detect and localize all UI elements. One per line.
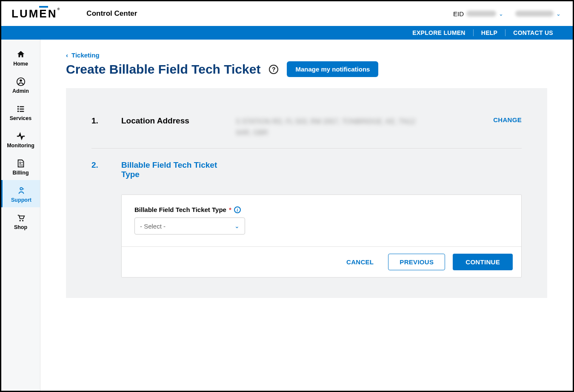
sidebar-item-label: Billing xyxy=(12,170,29,176)
user-dropdown[interactable]: ⌄ xyxy=(515,11,561,17)
page-header: Create Billable Field Tech Ticket ? Mana… xyxy=(66,61,547,77)
svg-point-2 xyxy=(17,106,19,108)
form-card: 1. Location Address 5 STATION RD, FL 503… xyxy=(66,88,547,298)
nav-contact-us[interactable]: CONTACT US xyxy=(505,29,561,36)
nav-help[interactable]: HELP xyxy=(473,29,505,36)
step-1-row: 1. Location Address 5 STATION RD, FL 503… xyxy=(91,109,522,146)
info-icon[interactable]: i xyxy=(234,206,241,213)
ticket-type-form-body: Billable Field Tech Ticket Type * i - Se… xyxy=(122,195,521,246)
sidebar-item-services[interactable]: Services xyxy=(1,98,40,126)
eid-label: EID xyxy=(453,10,464,17)
ticket-type-panel: Billable Field Tech Ticket Type * i - Se… xyxy=(121,195,522,278)
eid-value-blurred xyxy=(466,11,496,17)
app-title: Control Center xyxy=(86,9,137,18)
svg-point-11 xyxy=(20,188,23,190)
step-2-title: Billable Field Tech Ticket Type xyxy=(121,160,219,179)
chevron-left-icon: ‹ xyxy=(66,52,68,59)
sidebar-item-admin[interactable]: Admin xyxy=(1,71,40,98)
sidebar-item-label: Home xyxy=(13,61,28,67)
list-icon xyxy=(16,104,26,114)
svg-rect-7 xyxy=(20,111,24,112)
previous-button[interactable]: PREVIOUS xyxy=(388,254,445,270)
manage-notifications-button[interactable]: Manage my notifications xyxy=(287,61,378,77)
activity-icon xyxy=(16,132,26,141)
shell: Home Admin Services Monitoring $ Billing xyxy=(1,40,573,391)
nav-strip: EXPLORE LUMEN HELP CONTACT US xyxy=(1,26,573,40)
top-bar: LUMEN® Control Center EID ⌄ ⌄ xyxy=(1,1,573,26)
sidebar-item-support[interactable]: Support xyxy=(1,180,40,207)
sidebar-item-label: Monitoring xyxy=(7,143,34,149)
topbar-left: LUMEN® Control Center xyxy=(11,7,137,20)
ticket-type-label-text: Billable Field Tech Ticket Type xyxy=(134,206,226,213)
logo: LUMEN® xyxy=(11,7,61,20)
sidebar-item-label: Services xyxy=(10,115,31,121)
user-name-blurred xyxy=(515,11,554,17)
svg-rect-5 xyxy=(20,109,24,109)
main-content: ‹ Ticketing Create Billable Field Tech T… xyxy=(40,40,573,391)
form-footer: CANCEL PREVIOUS CONTINUE xyxy=(122,246,521,277)
sidebar-item-label: Shop xyxy=(14,224,27,230)
sidebar-item-home[interactable]: Home xyxy=(1,44,40,71)
ticket-type-label: Billable Field Tech Ticket Type * i xyxy=(134,206,508,213)
svg-point-1 xyxy=(20,80,22,82)
svg-rect-3 xyxy=(20,106,24,107)
cart-icon xyxy=(16,213,26,223)
cancel-button[interactable]: CANCEL xyxy=(340,254,380,270)
svg-point-6 xyxy=(17,111,19,112)
svg-point-12 xyxy=(19,220,20,221)
change-address-link[interactable]: CHANGE xyxy=(493,116,522,123)
chevron-down-icon: ⌄ xyxy=(499,11,503,17)
sidebar-item-monitoring[interactable]: Monitoring xyxy=(1,126,40,153)
select-placeholder: - Select - xyxy=(140,223,166,230)
step-1-number: 1. xyxy=(91,116,104,126)
required-asterisk: * xyxy=(229,206,231,213)
svg-text:$: $ xyxy=(19,161,21,165)
invoice-icon: $ xyxy=(16,159,26,168)
sidebar-item-label: Support xyxy=(11,197,31,203)
svg-point-4 xyxy=(17,108,19,110)
user-icon xyxy=(16,77,26,86)
page-title: Create Billable Field Tech Ticket xyxy=(66,62,260,77)
sidebar-item-billing[interactable]: $ Billing xyxy=(1,153,40,180)
sidebar-item-label: Admin xyxy=(12,88,29,94)
ticket-type-select[interactable]: - Select - ⌄ xyxy=(134,217,245,235)
nav-explore-lumen[interactable]: EXPLORE LUMEN xyxy=(405,29,473,36)
location-address-value: 5 STATION RD, FL 503, RM 2057, TONBRIDGE… xyxy=(236,116,432,138)
step-1-title: Location Address xyxy=(121,116,219,126)
sidebar-item-shop[interactable]: Shop xyxy=(1,207,40,235)
sidebar: Home Admin Services Monitoring $ Billing xyxy=(1,40,40,391)
breadcrumb-label: Ticketing xyxy=(71,52,100,59)
support-icon xyxy=(17,186,26,195)
breadcrumb-back[interactable]: ‹ Ticketing xyxy=(66,52,547,59)
step-2-row: 2. Billable Field Tech Ticket Type xyxy=(91,153,522,187)
topbar-right: EID ⌄ ⌄ xyxy=(453,10,561,17)
svg-point-13 xyxy=(22,220,23,221)
step-2-number: 2. xyxy=(91,160,104,170)
home-icon xyxy=(16,50,26,59)
divider xyxy=(91,148,522,149)
chevron-down-icon: ⌄ xyxy=(556,11,561,17)
eid-dropdown[interactable]: EID ⌄ xyxy=(453,10,503,17)
chevron-down-icon: ⌄ xyxy=(234,223,240,229)
help-icon[interactable]: ? xyxy=(269,65,278,74)
step-1-body: 5 STATION RD, FL 503, RM 2057, TONBRIDGE… xyxy=(236,116,522,138)
continue-button[interactable]: CONTINUE xyxy=(453,254,513,270)
